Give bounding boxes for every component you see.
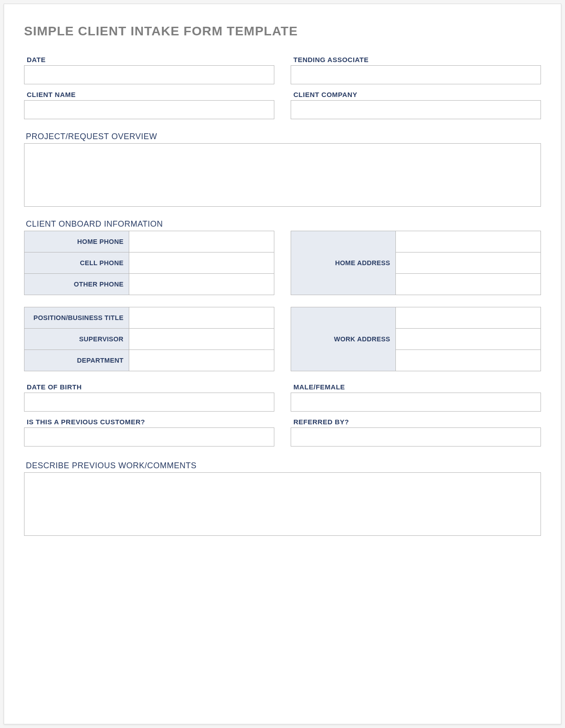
input-cell-phone[interactable] <box>129 252 274 273</box>
input-department[interactable] <box>129 350 274 371</box>
input-tending-associate[interactable] <box>291 65 541 84</box>
input-client-name[interactable] <box>24 100 274 119</box>
label-tending-associate: TENDING ASSOCIATE <box>291 56 541 65</box>
input-gender[interactable] <box>291 393 541 412</box>
field-referred-by: REFERRED BY? <box>291 418 541 447</box>
field-tending-associate: TENDING ASSOCIATE <box>291 56 541 84</box>
field-client-company: CLIENT COMPANY <box>291 91 541 119</box>
label-referred-by: REFERRED BY? <box>291 418 541 427</box>
form-title: SIMPLE CLIENT INTAKE FORM TEMPLATE <box>24 24 541 39</box>
textarea-previous-work[interactable] <box>24 472 541 536</box>
field-client-name: CLIENT NAME <box>24 91 274 119</box>
label-dob: DATE OF BIRTH <box>24 383 274 393</box>
field-date: DATE <box>24 56 274 84</box>
row-prev-referred: IS THIS A PREVIOUS CUSTOMER? REFERRED BY… <box>24 418 541 447</box>
grid-position-work-address: POSITION/BUSINESS TITLE SUPERVISOR DEPAR… <box>24 307 541 371</box>
col-home-address: HOME ADDRESS <box>291 231 541 295</box>
row-date-associate: DATE TENDING ASSOCIATE <box>24 56 541 84</box>
input-home-address-1[interactable] <box>396 231 541 252</box>
textarea-project-overview[interactable] <box>24 143 541 207</box>
label-other-phone: OTHER PHONE <box>24 274 129 295</box>
col-phones: HOME PHONE CELL PHONE OTHER PHONE <box>24 231 274 295</box>
input-work-address-2[interactable] <box>396 329 541 349</box>
table-home-address: HOME ADDRESS <box>291 231 541 295</box>
label-previous-work: DESCRIBE PREVIOUS WORK/COMMENTS <box>24 455 541 472</box>
input-previous-customer[interactable] <box>24 427 274 447</box>
table-phones: HOME PHONE CELL PHONE OTHER PHONE <box>24 231 274 295</box>
table-position: POSITION/BUSINESS TITLE SUPERVISOR DEPAR… <box>24 307 274 371</box>
label-supervisor: SUPERVISOR <box>24 329 129 350</box>
label-work-address: WORK ADDRESS <box>291 307 396 371</box>
field-gender: MALE/FEMALE <box>291 383 541 412</box>
label-cell-phone: CELL PHONE <box>24 252 129 274</box>
section-previous-work: DESCRIBE PREVIOUS WORK/COMMENTS <box>24 455 541 542</box>
input-home-address-3[interactable] <box>396 274 541 295</box>
label-client-name: CLIENT NAME <box>24 91 274 100</box>
col-work-address: WORK ADDRESS <box>291 307 541 371</box>
input-dob[interactable] <box>24 393 274 412</box>
label-home-phone: HOME PHONE <box>24 231 129 252</box>
grid-phones-home-address: HOME PHONE CELL PHONE OTHER PHONE <box>24 231 541 295</box>
label-client-company: CLIENT COMPANY <box>291 91 541 100</box>
label-home-address: HOME ADDRESS <box>291 231 396 295</box>
input-referred-by[interactable] <box>291 427 541 447</box>
input-other-phone[interactable] <box>129 274 274 295</box>
label-gender: MALE/FEMALE <box>291 383 541 393</box>
section-project-overview: PROJECT/REQUEST OVERVIEW <box>24 126 541 213</box>
section-client-onboard: CLIENT ONBOARD INFORMATION HOME PHONE CE… <box>24 213 541 371</box>
input-home-phone[interactable] <box>129 231 274 252</box>
field-dob: DATE OF BIRTH <box>24 383 274 412</box>
label-date: DATE <box>24 56 274 65</box>
row-client-name-company: CLIENT NAME CLIENT COMPANY <box>24 91 541 119</box>
intake-form-page: SIMPLE CLIENT INTAKE FORM TEMPLATE DATE … <box>4 4 561 724</box>
input-date[interactable] <box>24 65 274 84</box>
label-previous-customer: IS THIS A PREVIOUS CUSTOMER? <box>24 418 274 427</box>
label-department: DEPARTMENT <box>24 350 129 371</box>
input-work-address-1[interactable] <box>396 307 541 328</box>
input-position-title[interactable] <box>129 307 274 328</box>
label-position-title: POSITION/BUSINESS TITLE <box>24 307 129 329</box>
input-supervisor[interactable] <box>129 329 274 349</box>
row-dob-gender: DATE OF BIRTH MALE/FEMALE <box>24 383 541 412</box>
input-client-company[interactable] <box>291 100 541 119</box>
table-work-address: WORK ADDRESS <box>291 307 541 371</box>
col-position: POSITION/BUSINESS TITLE SUPERVISOR DEPAR… <box>24 307 274 371</box>
field-previous-customer: IS THIS A PREVIOUS CUSTOMER? <box>24 418 274 447</box>
input-home-address-2[interactable] <box>396 252 541 273</box>
label-project-overview: PROJECT/REQUEST OVERVIEW <box>24 126 541 143</box>
input-work-address-3[interactable] <box>396 350 541 371</box>
label-client-onboard: CLIENT ONBOARD INFORMATION <box>24 213 541 231</box>
